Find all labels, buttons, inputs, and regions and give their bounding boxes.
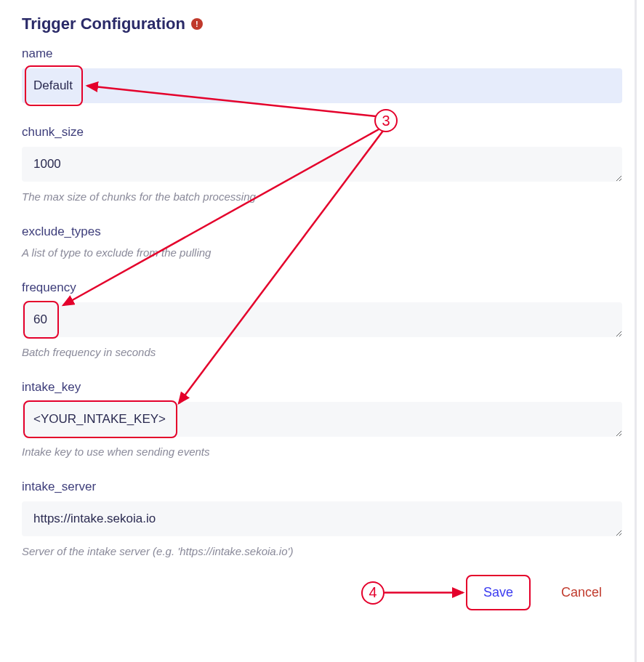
help-frequency: Batch frequency in seconds (22, 346, 622, 358)
field-group-intake-server: intake_server Server of the intake serve… (22, 480, 622, 557)
input-name[interactable] (22, 68, 622, 103)
alert-icon: ! (191, 18, 203, 30)
save-button[interactable]: Save (470, 579, 526, 606)
label-exclude-types: exclude_types (22, 225, 622, 239)
help-intake-key: Intake key to use when sending events (22, 445, 622, 458)
help-chunk-size: The max size of chunks for the batch pro… (22, 190, 622, 203)
label-name: name (22, 47, 622, 61)
input-intake-server[interactable] (22, 501, 622, 536)
cancel-button[interactable]: Cancel (548, 579, 615, 606)
field-group-intake-key: intake_key Intake key to use when sendin… (22, 380, 622, 458)
label-intake-key: intake_key (22, 380, 622, 395)
input-frequency[interactable] (22, 302, 622, 337)
field-group-chunk-size: chunk_size The max size of chunks for th… (22, 125, 622, 203)
panel-right-border (635, 0, 637, 662)
label-frequency: frequency (22, 280, 622, 295)
help-intake-server: Server of the intake server (e.g. 'https… (22, 545, 622, 557)
section-title: Trigger Configuration ! (22, 15, 622, 33)
input-chunk-size[interactable] (22, 147, 622, 182)
section-title-text: Trigger Configuration (22, 15, 185, 33)
button-row: Save Cancel (22, 579, 622, 606)
field-group-name: name (22, 47, 622, 103)
field-group-exclude-types: exclude_types A list of type to exclude … (22, 225, 622, 259)
label-chunk-size: chunk_size (22, 125, 622, 140)
help-exclude-types: A list of type to exclude from the pulli… (22, 246, 622, 259)
label-intake-server: intake_server (22, 480, 622, 494)
field-group-frequency: frequency Batch frequency in seconds (22, 280, 622, 358)
input-intake-key[interactable] (22, 402, 622, 437)
